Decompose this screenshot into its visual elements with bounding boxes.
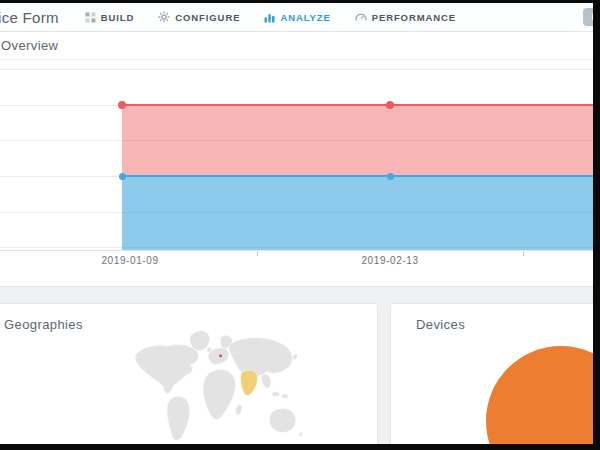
x-axis-label: 2019-02-13 xyxy=(361,255,418,266)
tab-performance[interactable]: PERFORMANCE xyxy=(355,11,456,23)
world-map[interactable] xyxy=(119,324,315,444)
lower-blue-series-area xyxy=(122,176,593,251)
map-se-asia xyxy=(261,374,271,388)
map-asia xyxy=(229,337,293,376)
map-japan xyxy=(293,354,298,360)
tab-analyze[interactable]: ANALYZE xyxy=(264,12,330,23)
lower-blue-series-line xyxy=(122,175,593,177)
bar-chart-icon xyxy=(264,12,275,23)
gear-icon xyxy=(158,11,170,23)
overview-header: Overview xyxy=(0,32,593,60)
map-new-zealand xyxy=(299,432,303,437)
tab-configure[interactable]: CONFIGURE xyxy=(158,11,240,23)
app-window: ice Form BUILD CONFIGURE xyxy=(0,3,593,444)
top-navigation-bar: ice Form BUILD CONFIGURE xyxy=(0,3,593,32)
x-axis-label: 2019-01-09 xyxy=(101,255,158,266)
map-africa xyxy=(203,369,236,419)
area-chart xyxy=(0,60,593,251)
upper-red-series-line xyxy=(122,104,593,106)
tab-build[interactable]: BUILD xyxy=(85,12,135,23)
geographies-card: Geographies xyxy=(0,303,378,444)
devices-card: Devices xyxy=(390,303,593,444)
lower-blue-series-data-point[interactable] xyxy=(119,173,126,180)
devices-title: Devices xyxy=(416,317,465,332)
main-nav: BUILD CONFIGURE ANALYZE xyxy=(85,11,456,23)
map-indonesia-2 xyxy=(281,394,288,399)
x-axis-tick xyxy=(257,251,258,256)
map-madagascar xyxy=(235,404,242,415)
map-australia xyxy=(269,408,296,432)
cards-row: Geographies xyxy=(0,303,593,444)
gauge-icon xyxy=(355,11,367,23)
grid-icon xyxy=(85,12,96,23)
map-south-america xyxy=(167,396,190,440)
overview-panel: Overview 2019-01-092019-02-13 xyxy=(0,32,593,287)
tab-analyze-label: ANALYZE xyxy=(280,12,330,23)
export-button[interactable] xyxy=(583,8,593,26)
form-title: ice Form xyxy=(0,9,59,26)
chart-gridline xyxy=(0,69,593,70)
x-axis-tick xyxy=(523,251,524,256)
map-north-america xyxy=(135,345,199,394)
lower-blue-series-data-point[interactable] xyxy=(387,173,394,180)
map-greenland xyxy=(190,331,210,351)
map-visitor-marker xyxy=(219,354,222,357)
devices-pie-chart[interactable] xyxy=(486,346,593,444)
upper-red-series-area xyxy=(122,105,593,176)
tab-performance-label: PERFORMANCE xyxy=(372,12,456,23)
tab-build-label: BUILD xyxy=(101,12,135,23)
export-icon xyxy=(592,13,594,21)
upper-red-series-data-point[interactable] xyxy=(118,101,126,109)
map-indonesia xyxy=(272,391,280,396)
chart-x-axis: 2019-01-092019-02-13 xyxy=(0,251,593,273)
tab-configure-label: CONFIGURE xyxy=(175,12,240,23)
overview-title: Overview xyxy=(1,38,58,53)
geographies-title: Geographies xyxy=(4,317,83,332)
upper-red-series-data-point[interactable] xyxy=(386,101,394,109)
map-india-highlight xyxy=(241,370,258,396)
